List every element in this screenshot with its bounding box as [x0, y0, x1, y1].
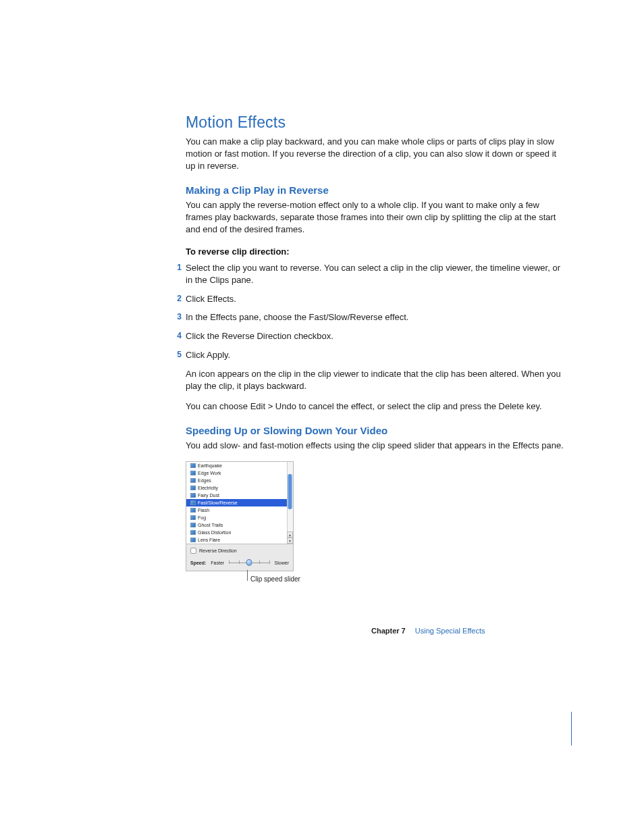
step-text: Click Apply.: [186, 350, 230, 360]
effects-list-item[interactable]: Edge Work: [186, 469, 293, 477]
effects-list-item[interactable]: Ghost Trails: [186, 521, 293, 529]
section-intro: You can make a clip play backward, and y…: [186, 136, 564, 172]
step-text: In the Effects pane, choose the Fast/Slo…: [186, 312, 408, 322]
effect-label: Fairy Dust: [198, 493, 219, 498]
effects-list-item[interactable]: Fog: [186, 514, 293, 521]
speed-slider-row: Speed: Faster Slower: [190, 559, 289, 566]
effect-label: Ghost Trails: [198, 523, 223, 527]
callout: Clip speed slider: [186, 571, 294, 583]
footer-rule: [571, 712, 572, 746]
effect-label: Edges: [198, 478, 211, 483]
effects-list-item[interactable]: Edges: [186, 477, 293, 484]
effect-label: Electricity: [198, 486, 218, 490]
effects-list-item[interactable]: Flash: [186, 506, 293, 514]
step-item: 1Select the clip you want to reverse. Yo…: [186, 262, 564, 286]
undo-note: You can choose Edit > Undo to cancel the…: [186, 400, 564, 413]
effect-icon: [190, 530, 196, 535]
effect-label: Earthquake: [198, 463, 222, 468]
effect-label: Fog: [198, 515, 206, 520]
effects-pane-screenshot: Earthquake Edge Work Edges Electricity F…: [186, 461, 294, 583]
steps-list: 1Select the clip you want to reverse. Yo…: [186, 262, 564, 362]
effect-label: Fast/Slow/Reverse: [198, 500, 238, 505]
effect-icon: [190, 515, 196, 520]
effects-list-item[interactable]: Earthquake: [186, 462, 293, 469]
effects-list[interactable]: Earthquake Edge Work Edges Electricity F…: [186, 462, 293, 544]
effects-list-item[interactable]: Glass Distortion: [186, 529, 293, 536]
section-heading: Motion Effects: [186, 113, 564, 132]
scrollbar-thumb[interactable]: [288, 474, 292, 509]
effects-list-item[interactable]: Fairy Dust: [186, 492, 293, 499]
effect-icon: [190, 493, 196, 498]
effect-icon: [190, 463, 196, 468]
effects-panel: Earthquake Edge Work Edges Electricity F…: [186, 461, 294, 571]
subsection-intro-reverse: You can apply the reverse-motion effect …: [186, 199, 564, 236]
speed-min-label: Faster: [211, 561, 224, 565]
effect-icon: [190, 508, 196, 513]
effect-label: Lens Flare: [198, 538, 220, 542]
step-text: Click Effects.: [186, 294, 236, 304]
step-item: 3In the Effects pane, choose the Fast/Sl…: [186, 311, 564, 323]
reverse-direction-row: Reverse Direction: [190, 548, 289, 554]
effect-label: Edge Work: [198, 471, 221, 475]
callout-label: Clip speed slider: [250, 575, 300, 583]
effects-list-item[interactable]: Lens Flare: [186, 536, 293, 544]
step-text: Select the clip you want to reverse. You…: [186, 263, 560, 285]
scroll-down-button[interactable]: ▾: [287, 538, 293, 544]
effect-icon: [190, 478, 196, 483]
effect-label: Glass Distortion: [198, 530, 231, 535]
step-text: Click the Reverse Direction checkbox.: [186, 331, 333, 341]
effect-icon: [190, 538, 196, 542]
reverse-direction-checkbox[interactable]: [190, 548, 196, 554]
effects-list-item[interactable]: Electricity: [186, 484, 293, 492]
scroll-up-button[interactable]: ▴: [287, 531, 293, 538]
effects-list-item-selected[interactable]: Fast/Slow/Reverse: [186, 499, 293, 506]
chapter-title: Using Special Effects: [415, 627, 485, 635]
effect-icon: [190, 500, 196, 505]
speed-max-label: Slower: [275, 561, 289, 565]
effect-label: Flash: [198, 508, 209, 513]
step-item: 2Click Effects.: [186, 293, 564, 305]
effect-icon: [190, 523, 196, 527]
subsection-intro-speed: You add slow- and fast-motion effects us…: [186, 440, 564, 452]
task-label: To reverse clip direction:: [186, 246, 564, 257]
step-item: 5Click Apply.: [186, 349, 564, 361]
subsection-heading-reverse: Making a Clip Play in Reverse: [186, 184, 564, 196]
subsection-heading-speed: Speeding Up or Slowing Down Your Video: [186, 425, 564, 436]
page-content: Motion Effects You can make a clip play …: [186, 113, 564, 583]
effect-icon: [190, 486, 196, 490]
step-item: 4Click the Reverse Direction checkbox.: [186, 330, 564, 342]
effect-icon: [190, 471, 196, 475]
speed-slider[interactable]: [229, 559, 269, 566]
result-note: An icon appears on the clip in the clip …: [186, 368, 564, 392]
speed-label: Speed:: [190, 561, 206, 565]
scrollbar-track[interactable]: ▴ ▾: [287, 462, 293, 544]
effects-controls: Reverse Direction Speed: Faster Slower: [186, 544, 293, 571]
chapter-number: Chapter 7: [371, 627, 406, 635]
speed-slider-thumb[interactable]: [246, 559, 252, 566]
reverse-direction-label: Reverse Direction: [199, 548, 237, 553]
